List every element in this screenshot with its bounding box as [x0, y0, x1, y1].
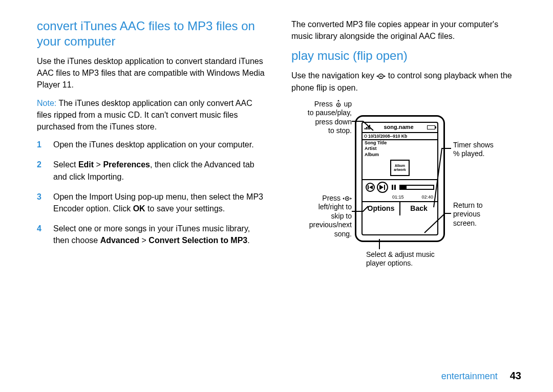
step-number: 3 [37, 191, 44, 214]
step-number: 1 [37, 139, 44, 150]
callout-text: up [344, 100, 352, 108]
navkey-pre: Use the navigation key [291, 71, 376, 80]
nav-key-lr-icon [343, 195, 352, 202]
para-navkey: Use the navigation key to control song p… [291, 70, 521, 93]
callout-text: Press [314, 100, 335, 108]
svg-marker-10 [343, 198, 344, 200]
meta-songtitle: Song Title [363, 140, 437, 146]
status-bar: song.name [363, 123, 437, 132]
svg-point-8 [347, 198, 348, 199]
step-number: 2 [37, 159, 44, 182]
para-convert-intro: Use the iTunes desktop application to co… [37, 55, 267, 91]
svg-rect-15 [384, 185, 385, 190]
playback-controls [363, 180, 437, 194]
step-body: Select one or more songs in your iTunes … [53, 223, 267, 246]
note-body: The iTunes desktop application can only … [37, 99, 252, 131]
step-body: Select Edit > Preferences, then click th… [53, 159, 267, 182]
callout-text: Timer shows [453, 141, 515, 150]
next-icon [377, 182, 388, 193]
progress-bar [399, 185, 434, 190]
step-number: 4 [37, 223, 44, 246]
phone-diagram: Press up to pause/play, press down to st… [291, 100, 517, 274]
svg-marker-13 [369, 185, 373, 189]
softkey-back: Back [400, 202, 437, 215]
softkeys: Options Back [363, 201, 437, 215]
para-converted-copies: The converted MP3 file copies appear in … [291, 18, 521, 42]
step-3: 3 Open the Import Using pop-up menu, the… [37, 191, 267, 214]
callout-text: screen. [453, 219, 515, 228]
svg-marker-14 [379, 185, 384, 190]
callout-text: skip to [291, 212, 352, 221]
softkey-options: Options [363, 202, 400, 215]
step-1: 1 Open the iTunes desktop application on… [37, 139, 267, 150]
svg-marker-2 [376, 75, 378, 77]
callout-text: player options. [366, 259, 479, 268]
callout-text: to pause/play, [291, 108, 352, 118]
callout-timer: Timer shows % played. [453, 141, 515, 159]
callout-text: previous [453, 210, 515, 219]
battery-icon [427, 125, 435, 129]
step-body: Open the Import Using pop-up menu, then … [53, 191, 267, 214]
callout-text: Press [322, 194, 343, 202]
meta-album: Album [363, 152, 437, 158]
nav-key-up-icon [335, 100, 342, 108]
callout-text: previous/next [291, 221, 352, 230]
phone-screen: song.name 10/10/2008--910 Kb Song Title … [361, 122, 438, 235]
callout-options: Select & adjust music player options. [366, 250, 479, 268]
bullet-icon [364, 135, 367, 138]
prev-icon [366, 183, 375, 192]
footer-section: entertainment [441, 371, 498, 382]
heading-convert: convert iTunes AAC files to MP3 files on… [37, 18, 267, 49]
screen-title: song.name [384, 124, 413, 131]
callout-text: press down [291, 118, 352, 127]
callout-up: Press up to pause/play, press down to st… [291, 100, 352, 136]
time-total: 02:40 [421, 194, 433, 200]
svg-rect-17 [394, 185, 396, 190]
footer: entertainment 43 [441, 370, 521, 382]
right-column: The converted MP3 file copies appear in … [291, 18, 521, 356]
phone-outline: song.name 10/10/2008--910 Kb Song Title … [355, 115, 445, 242]
callout-text: left/right to [291, 203, 352, 212]
callout-leftright: Press left/right to skip to previous/nex… [291, 194, 352, 239]
heading-play-music: play music (flip open) [291, 48, 521, 63]
svg-marker-11 [350, 198, 352, 200]
note-label: Note: [37, 99, 56, 107]
svg-marker-3 [384, 75, 386, 77]
date-text: 10/10/2008--910 Kb [368, 134, 407, 139]
svg-rect-12 [368, 185, 369, 189]
steps-list: 1 Open the iTunes desktop application on… [37, 139, 267, 246]
callout-text: to stop. [291, 126, 352, 136]
svg-marker-6 [337, 100, 339, 101]
para-convert-note: Note: The iTunes desktop application can… [37, 97, 267, 133]
callout-text: % played. [453, 149, 515, 159]
nav-key-icon [376, 73, 386, 80]
footer-page-number: 43 [510, 370, 521, 382]
pause-icon [390, 183, 397, 192]
step-body: Open the iTunes desktop application on y… [53, 139, 254, 150]
signal-icon [365, 125, 370, 129]
left-column: convert iTunes AAC files to MP3 files on… [37, 18, 267, 356]
svg-point-0 [380, 76, 382, 77]
step-4: 4 Select one or more songs in your iTune… [37, 223, 267, 246]
svg-rect-16 [392, 185, 393, 190]
date-line: 10/10/2008--910 Kb [363, 133, 437, 140]
time-elapsed: 01:15 [392, 194, 404, 200]
step-2: 2 Select Edit > Preferences, then click … [37, 159, 267, 182]
meta-artist: Artist [363, 146, 437, 151]
callout-back: Return to previous screen. [453, 201, 515, 228]
callout-text: Return to [453, 201, 515, 210]
svg-point-4 [337, 104, 339, 105]
progress-fill [400, 186, 407, 189]
callout-text: song. [291, 230, 352, 239]
album-artwork: Album artwork [390, 160, 410, 176]
callout-text: Select & adjust music [366, 250, 479, 259]
